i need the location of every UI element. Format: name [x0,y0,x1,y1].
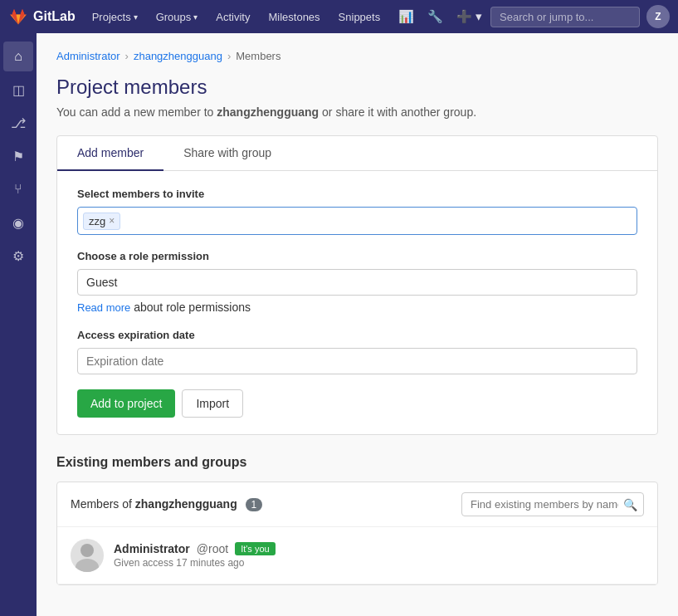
nav-milestones[interactable]: Milestones [261,7,326,27]
member-access-time: Given access 17 minutes ago [114,557,644,569]
member-info: Administrator @root It's you Given acces… [114,542,644,569]
existing-members-section: Existing members and groups Members of z… [56,455,658,585]
members-card-header: Members of zhangzhengguang 1 🔍 [57,482,657,527]
sidebar-item-merge[interactable]: ⑂ [3,174,33,204]
layout: ⌂ ◫ ⎇ ⚑ ⑂ ◉ ⚙ Administrator › zhangzheng… [0,33,678,616]
select-members-group: Select members to invite zzg × [77,188,637,235]
tag-text-input[interactable] [124,213,632,229]
breadcrumb-project[interactable]: zhangzhengguang [134,50,222,62]
tab-add-member[interactable]: Add member [57,136,163,171]
role-group: Choose a role permission GuestReporterDe… [77,250,637,314]
wrench-icon[interactable]: 🔧 [422,6,448,27]
its-you-badge: It's you [235,542,276,555]
svg-point-0 [80,544,94,557]
search-members-input[interactable] [461,492,644,516]
nav-projects[interactable]: Projects ▾ [85,7,144,27]
add-to-project-button[interactable]: Add to project [77,389,175,418]
role-link-row: Read more about role permissions [77,301,637,314]
sidebar-item-git[interactable]: ⎇ [3,108,33,138]
panel-body: Select members to invite zzg × Choose a … [57,171,657,434]
members-count-label: Members of zhangzhengguang 1 [71,497,262,511]
nav-snippets[interactable]: Snippets [332,7,388,27]
search-members-wrapper: 🔍 [461,492,644,516]
members-project-name: zhangzhengguang [135,497,237,511]
tag-remove-btn[interactable]: × [109,216,115,226]
bar-chart-icon[interactable]: 📊 [393,6,419,27]
sidebar-item-pipelines[interactable]: ◉ [3,208,33,237]
sidebar-item-project[interactable]: ◫ [3,75,33,105]
table-row: Administrator @root It's you Given acces… [57,527,657,584]
sidebar-item-home[interactable]: ⌂ [3,42,33,71]
brand-logo[interactable]: GitLab [8,7,76,27]
tab-share-with-group[interactable]: Share with group [163,136,291,171]
tag-value: zzg [89,215,105,227]
breadcrumb-sep-1: › [125,50,129,62]
role-permissions-link[interactable]: Read more [77,301,130,314]
page-title: Project members [56,76,658,99]
breadcrumb-admin[interactable]: Administrator [56,50,120,62]
breadcrumb: Administrator › zhangzhengguang › Member… [56,50,658,62]
user-avatar[interactable]: Z [646,5,670,28]
sidebar-item-settings[interactable]: ⚙ [3,241,33,271]
member-username: @root [197,542,228,555]
members-card: Members of zhangzhengguang 1 🔍 [56,482,658,585]
expiry-label: Access expiration date [77,329,637,341]
role-label: Choose a role permission [77,250,637,262]
project-name-bold: zhangzhengguang [217,105,319,119]
breadcrumb-sep-2: › [227,50,231,62]
avatar [71,539,104,572]
members-count-badge: 1 [246,498,263,511]
main-content: Administrator › zhangzhengguang › Member… [37,33,678,616]
groups-chevron-icon: ▾ [193,12,198,22]
global-search-input[interactable] [490,7,640,27]
add-member-panel: Add member Share with group Select membe… [56,135,658,435]
page-subtitle: You can add a new member to zhangzhenggu… [56,105,658,119]
sidebar: ⌂ ◫ ⎇ ⚑ ⑂ ◉ ⚙ [0,33,37,616]
existing-section-title: Existing members and groups [56,455,658,470]
sidebar-item-issues[interactable]: ⚑ [3,141,33,171]
expiry-group: Access expiration date [77,329,637,374]
member-name-row: Administrator @root It's you [114,542,644,555]
nav-icons-area: 📊 🔧 ➕ ▾ Z [393,5,670,28]
expiry-input[interactable] [77,348,637,374]
plus-icon[interactable]: ➕ ▾ [451,6,487,27]
import-button[interactable]: Import [182,389,243,418]
member-tag: zzg × [83,213,120,230]
svg-point-1 [76,559,99,572]
navbar: GitLab Projects ▾ Groups ▾ Activity Mile… [0,0,678,33]
tag-input-wrapper[interactable]: zzg × [77,207,637,235]
brand-name: GitLab [33,9,76,24]
form-buttons: Add to project Import [77,389,637,418]
tabs: Add member Share with group [57,136,657,171]
role-select[interactable]: GuestReporterDeveloperMaintainerOwner [77,269,637,296]
member-display-name: Administrator [114,542,190,555]
nav-activity[interactable]: Activity [209,7,256,27]
breadcrumb-current: Members [236,50,280,62]
nav-groups[interactable]: Groups ▾ [149,7,205,27]
search-members-icon[interactable]: 🔍 [623,498,637,511]
select-members-label: Select members to invite [77,188,637,200]
projects-chevron-icon: ▾ [134,12,138,22]
